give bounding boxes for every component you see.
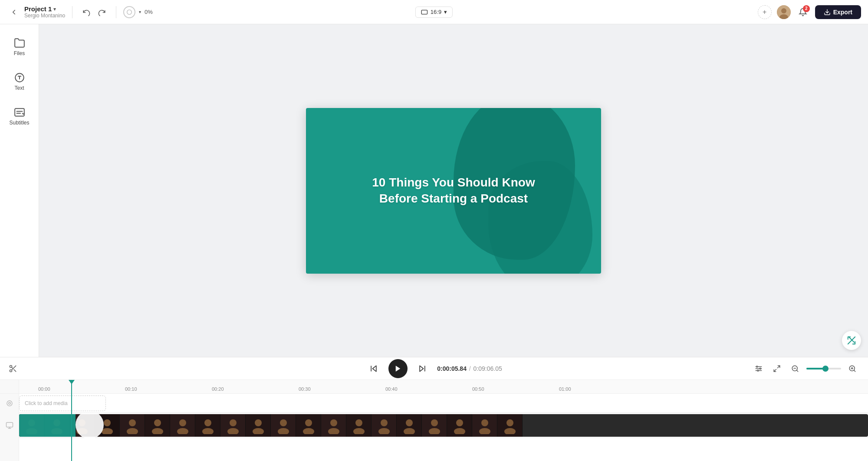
ruler-marks-container: 00:00 00:10 00:20 00:30 00:40 00:50 01:0… bbox=[38, 380, 868, 393]
video-track-content bbox=[19, 413, 868, 438]
svg-point-75 bbox=[456, 419, 463, 426]
notification-button[interactable]: 2 bbox=[796, 5, 810, 19]
film-frame-14 bbox=[346, 414, 372, 437]
timeline-area: 0:00:05.84 / 0:09:06.05 bbox=[0, 357, 868, 461]
svg-marker-19 bbox=[420, 366, 423, 371]
svg-point-63 bbox=[305, 419, 312, 426]
magic-wand-button[interactable] bbox=[842, 331, 861, 350]
aspect-ratio-chevron: ▾ bbox=[444, 9, 447, 15]
svg-line-33 bbox=[854, 370, 855, 371]
rewind-button[interactable] bbox=[366, 361, 381, 376]
svg-point-70 bbox=[378, 428, 390, 434]
svg-point-24 bbox=[756, 366, 758, 367]
svg-point-52 bbox=[152, 428, 163, 434]
svg-point-74 bbox=[429, 428, 440, 434]
svg-point-0 bbox=[127, 10, 132, 14]
add-user-button[interactable]: + bbox=[758, 5, 772, 19]
zoom-slider-thumb[interactable] bbox=[822, 366, 829, 372]
svg-point-68 bbox=[353, 428, 365, 434]
export-label: Export bbox=[833, 9, 852, 16]
ruler-corner bbox=[0, 380, 19, 394]
film-frame-15 bbox=[372, 414, 397, 437]
playback-controls: 0:00:05.84 / 0:09:06.05 bbox=[0, 357, 868, 380]
undo-button[interactable] bbox=[79, 5, 93, 19]
timeline-settings-button[interactable] bbox=[752, 362, 766, 376]
add-icon: + bbox=[763, 8, 766, 16]
svg-point-51 bbox=[154, 419, 161, 426]
svg-point-26 bbox=[757, 370, 759, 371]
svg-rect-1 bbox=[421, 10, 427, 14]
svg-point-76 bbox=[454, 428, 465, 434]
ruler-mark-1: 00:10 bbox=[125, 386, 137, 392]
svg-point-49 bbox=[129, 419, 136, 426]
svg-point-69 bbox=[381, 419, 388, 426]
project-chevron-icon[interactable]: ▾ bbox=[53, 6, 56, 12]
svg-line-27 bbox=[778, 366, 780, 368]
svg-point-3 bbox=[781, 8, 786, 13]
sidebar-text-label: Text bbox=[14, 85, 24, 91]
canvas-area: 10 Things You Should Know Before Startin… bbox=[39, 24, 868, 357]
film-frame-6 bbox=[145, 414, 170, 437]
topbar-divider bbox=[72, 6, 72, 18]
svg-point-37 bbox=[7, 401, 12, 406]
play-button[interactable] bbox=[388, 359, 408, 378]
back-button[interactable] bbox=[7, 5, 21, 19]
project-title: Project 1 bbox=[24, 5, 52, 13]
sidebar-item-text[interactable]: Text bbox=[4, 66, 35, 97]
svg-point-25 bbox=[760, 368, 761, 369]
svg-point-58 bbox=[227, 428, 239, 434]
sidebar-files-label: Files bbox=[14, 50, 25, 56]
project-title-row[interactable]: Project 1 ▾ bbox=[24, 5, 65, 13]
svg-point-53 bbox=[179, 419, 186, 426]
zoom-slider[interactable] bbox=[806, 368, 841, 369]
svg-line-14 bbox=[14, 369, 16, 372]
add-media-track-content: Click to add media bbox=[19, 394, 868, 413]
track-2-icon[interactable] bbox=[0, 413, 19, 438]
track-icons-column bbox=[0, 380, 19, 461]
ruler-mark-2: 00:20 bbox=[212, 386, 224, 392]
ruler-mark-0: 00:00 bbox=[38, 386, 50, 392]
svg-line-10 bbox=[849, 337, 855, 343]
svg-point-60 bbox=[253, 428, 264, 434]
add-media-button[interactable]: Click to add media bbox=[19, 396, 106, 411]
forward-button[interactable] bbox=[414, 361, 430, 376]
zoom-in-button[interactable] bbox=[845, 362, 859, 376]
zoom-slider-track[interactable] bbox=[806, 368, 841, 369]
project-subtitle: Sergio Montanino bbox=[24, 13, 65, 19]
left-sidebar: Files Text Subtitles bbox=[0, 24, 39, 357]
sidebar-item-subtitles[interactable]: Subtitles bbox=[4, 101, 35, 132]
svg-point-72 bbox=[404, 428, 415, 434]
avatar[interactable] bbox=[777, 5, 791, 19]
svg-point-36 bbox=[9, 402, 11, 405]
record-button[interactable] bbox=[123, 6, 135, 18]
svg-line-28 bbox=[774, 369, 776, 371]
cut-tool-button[interactable] bbox=[9, 364, 17, 373]
svg-point-47 bbox=[104, 419, 111, 426]
sidebar-item-files[interactable]: Files bbox=[4, 31, 35, 62]
svg-rect-7 bbox=[15, 108, 24, 116]
svg-point-62 bbox=[278, 428, 289, 434]
aspect-ratio-button[interactable]: 16:9 ▾ bbox=[415, 7, 453, 18]
film-frame-11 bbox=[271, 414, 296, 437]
svg-point-80 bbox=[504, 428, 516, 434]
topbar-divider2 bbox=[116, 6, 116, 18]
current-time: 0:00:05.84 bbox=[437, 365, 467, 372]
main-area: Files Text Subtitles 10 Things Y bbox=[0, 24, 868, 357]
film-frame-16 bbox=[397, 414, 422, 437]
film-frame-9 bbox=[220, 414, 246, 437]
add-media-label: Click to add media bbox=[25, 400, 68, 406]
svg-point-77 bbox=[481, 419, 488, 426]
video-filmstrip[interactable] bbox=[19, 414, 868, 437]
white-circle-overlay bbox=[76, 414, 104, 437]
redo-button[interactable] bbox=[95, 5, 109, 19]
timeline-fit-button[interactable] bbox=[770, 362, 784, 376]
export-button[interactable]: Export bbox=[815, 5, 861, 19]
record-dropdown-button[interactable]: ▾ bbox=[139, 10, 141, 14]
canvas-preview: 10 Things You Should Know Before Startin… bbox=[306, 108, 601, 274]
track-1-icon[interactable] bbox=[0, 394, 19, 413]
ruler-mark-5: 00:50 bbox=[472, 386, 484, 392]
total-time: 0:09:06.05 bbox=[473, 365, 502, 372]
time-display: 0:00:05.84 / 0:09:06.05 bbox=[437, 365, 502, 372]
ruler-mark-3: 00:30 bbox=[299, 386, 311, 392]
zoom-out-button[interactable] bbox=[788, 362, 802, 376]
